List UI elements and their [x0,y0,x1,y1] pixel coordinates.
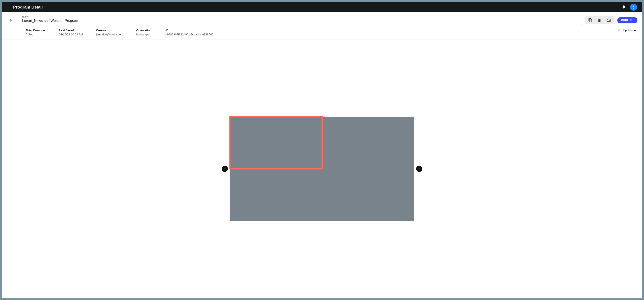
name-field-label: Name [21,15,29,18]
grid-cell-1[interactable] [322,117,414,169]
meta-id: ID: d92828b7f92249fca9cbabbcf01395d0 [166,29,213,36]
back-button[interactable] [6,16,15,25]
action-button-group [585,16,614,24]
titlebar: Program Detail J [2,2,642,12]
meta-label: ID: [166,29,213,32]
meta-value: 03/16/22 10:59 AM [59,33,83,36]
meta-creator: Creator: jane.doe@lorem.com [96,29,123,36]
publish-button[interactable]: PUBLISH [617,17,638,23]
avatar[interactable]: J [630,4,637,11]
metadata-row: Total Duration: 0 Sec Last Saved: 03/16/… [2,27,642,40]
delete-button[interactable] [595,17,604,24]
add-left-button[interactable] [222,166,228,172]
name-field-container: Name [19,15,582,25]
meta-orientation: Orientation: landscape [136,29,152,36]
meta-label: Total Duration: [26,29,46,32]
status-dot-icon [618,29,620,31]
meta-label: Creator: [96,29,123,32]
meta-label: Last Saved: [59,29,83,32]
app-window: Program Detail J Name [2,2,642,298]
copy-button[interactable] [586,17,595,24]
name-input[interactable] [19,18,582,25]
page-title: Program Detail [13,5,43,10]
meta-value: jane.doe@lorem.com [96,33,123,36]
meta-total-duration: Total Duration: 0 Sec [26,29,46,36]
meta-value: d92828b7f92249fca9cbabbcf01395d0 [166,33,213,36]
notifications-icon[interactable] [622,4,626,10]
layout-grid [230,117,414,221]
add-right-button[interactable] [416,166,422,172]
aspect-ratio-button[interactable] [604,17,613,24]
meta-value: landscape [136,33,152,36]
grid-cell-3[interactable] [322,169,414,221]
canvas-wrapper [230,117,414,221]
grid-cell-2[interactable] [230,169,322,221]
titlebar-actions: J [622,4,637,11]
meta-value: 0 Sec [26,33,46,36]
status-text: Unpublished [622,29,638,32]
canvas-area [2,40,642,298]
meta-last-saved: Last Saved: 03/16/22 10:59 AM [59,29,83,36]
toolbar: Name PUBLISH [2,12,642,27]
publish-status: Unpublished [618,29,638,32]
meta-label: Orientation: [136,29,152,32]
grid-cell-0[interactable] [230,117,322,169]
